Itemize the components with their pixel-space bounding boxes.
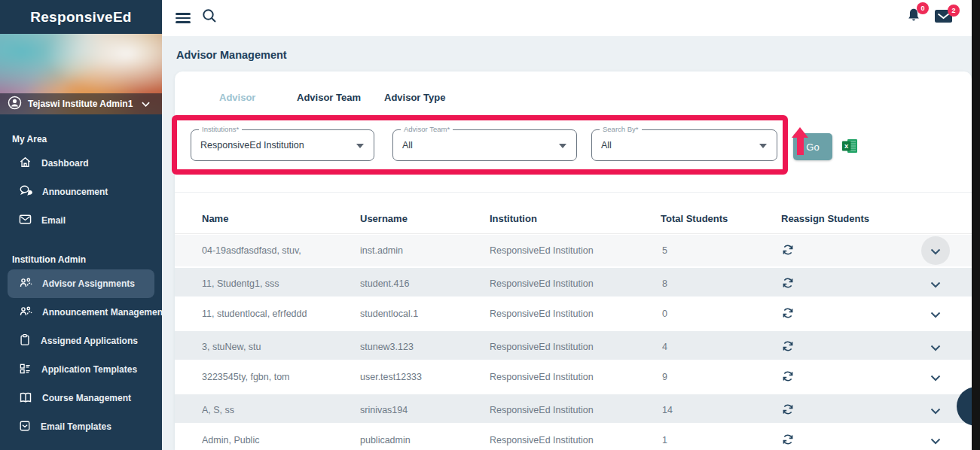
user-menu[interactable]: Tejaswi Institute Admin1: [0, 93, 162, 114]
cell-total-students: 5: [662, 235, 667, 266]
page-title: Advisor Management: [176, 49, 287, 61]
notifications-button[interactable]: 0: [906, 8, 921, 27]
search-by-value: All: [601, 130, 612, 160]
sidebar-item-announcement-management[interactable]: Announcement Management: [0, 298, 162, 327]
column-institution: Institution: [490, 204, 537, 234]
table-row[interactable]: 04-19asdfasdfasd, stuv, inst.admin Respo…: [175, 235, 972, 266]
reassign-students-icon[interactable]: [782, 307, 794, 321]
expand-row-chevron-icon[interactable]: [930, 373, 941, 384]
table-body: 04-19asdfasdfasd, stuv, inst.admin Respo…: [175, 235, 972, 450]
excel-export-icon[interactable]: x: [842, 138, 858, 157]
cell-name: 3, stuNew, stu: [202, 331, 261, 363]
sidebar-item-email-templates[interactable]: Email Templates: [0, 412, 162, 441]
cell-institution: ResponsiveEd Institution: [490, 298, 594, 330]
sidebar-item-label: Course Management: [42, 393, 131, 403]
cell-username: stunew3.123: [360, 331, 414, 363]
dropdown-arrow-icon: [559, 144, 566, 148]
cell-name: 11, Studentg1, sss: [202, 268, 279, 299]
app-logo: ResponsiveEd: [0, 0, 162, 34]
chat-bubbles-icon: [19, 184, 32, 199]
table-row[interactable]: 3223545ty, fgbn, tom user.test12333 Resp…: [175, 361, 972, 393]
cell-username: user.test12333: [360, 361, 422, 393]
sidebar-item-dashboard[interactable]: Dashboard: [0, 149, 162, 178]
divider: [175, 192, 972, 193]
cell-username: publicadmin: [360, 424, 411, 450]
reassign-students-icon[interactable]: [782, 244, 794, 258]
hamburger-icon[interactable]: [176, 11, 191, 26]
cell-username: srinivas194: [360, 394, 408, 426]
table-row[interactable]: Admin, Public publicadmin ResponsiveEd I…: [175, 424, 972, 450]
cell-institution: ResponsiveEd Institution: [490, 394, 594, 426]
sidebar-item-assigned-applications[interactable]: Assigned Applications: [0, 327, 162, 355]
clipboard-icon: [19, 333, 31, 348]
sidebar-item-label: Advisor Assignments: [42, 278, 135, 289]
cell-institution: ResponsiveEd Institution: [490, 361, 594, 393]
sidebar-item-label: Email: [41, 215, 66, 226]
sidebar-item-label: Announcement: [42, 187, 108, 197]
institutions-select[interactable]: Institutions* ResponsiveEd Institution: [191, 129, 374, 161]
reassign-students-icon[interactable]: [782, 433, 794, 448]
reassign-students-icon[interactable]: [782, 403, 794, 418]
reassign-students-icon[interactable]: [782, 370, 794, 385]
sidebar-item-application-templates[interactable]: Application Templates: [0, 355, 162, 384]
section-label-institution-admin: Institution Admin: [0, 254, 162, 269]
tab-advisor-team[interactable]: Advisor Team: [297, 92, 361, 103]
cell-institution: ResponsiveEd Institution: [490, 424, 594, 450]
sidebar-item-label: Email Templates: [41, 421, 111, 432]
column-total-students: Total Students: [661, 204, 728, 234]
reassign-students-icon[interactable]: [782, 277, 794, 291]
expand-row-chevron-icon[interactable]: [930, 436, 941, 447]
main-content: Advisor Management Advisor Advisor Team …: [162, 36, 980, 450]
cell-total-students: 0: [662, 298, 667, 330]
search-icon[interactable]: [201, 8, 218, 27]
cell-institution: ResponsiveEd Institution: [490, 268, 594, 299]
sidebar-item-course-management[interactable]: Course Management: [0, 384, 162, 412]
cell-name: A, S, ss: [202, 394, 234, 426]
expand-row-chevron-icon[interactable]: [930, 343, 941, 354]
sidebar-item-label: Announcement Management: [42, 307, 162, 318]
column-username: Username: [360, 204, 408, 234]
messages-button[interactable]: 2: [935, 10, 952, 26]
search-by-select[interactable]: Search By* All: [591, 129, 777, 161]
advisor-team-select[interactable]: Advisor Team* All: [392, 129, 577, 161]
expand-row-chevron-icon[interactable]: [930, 310, 941, 321]
column-reassign-students: Reassign Students: [781, 204, 869, 234]
chevron-down-icon: [142, 99, 150, 109]
sidebar-item-advisor-assignments[interactable]: Advisor Assignments: [8, 269, 154, 298]
cell-total-students: 9: [662, 361, 667, 393]
go-button[interactable]: Go: [793, 133, 832, 160]
table-header: Name Username Institution Total Students…: [175, 204, 972, 234]
cell-total-students: 1: [662, 424, 667, 450]
sidebar-item-email[interactable]: Email: [0, 206, 162, 235]
people-group-icon: [19, 306, 32, 320]
cell-username: student.416: [360, 268, 409, 299]
open-book-icon: [19, 391, 32, 406]
cell-institution: ResponsiveEd Institution: [490, 235, 594, 266]
reassign-students-icon[interactable]: [782, 340, 794, 354]
expand-row-chevron-icon[interactable]: [930, 247, 941, 257]
cell-total-students: 14: [662, 394, 673, 426]
table-row[interactable]: 11, Studentg1, sss student.416 Responsiv…: [175, 266, 972, 298]
sidebar-item-label: Dashboard: [41, 158, 89, 169]
cell-total-students: 8: [662, 268, 667, 299]
cell-name: 3223545ty, fgbn, tom: [202, 361, 290, 393]
section-label-my-area: My Area: [0, 134, 162, 149]
table-row[interactable]: A, S, ss srinivas194 ResponsiveEd Instit…: [175, 393, 972, 424]
advisor-team-value: All: [402, 130, 413, 160]
sidebar-item-label: Application Templates: [41, 364, 137, 375]
sidebar-item-announcement[interactable]: Announcement: [0, 178, 162, 206]
tab-advisor-type[interactable]: Advisor Type: [384, 92, 445, 103]
tab-advisor[interactable]: Advisor: [219, 92, 255, 103]
table-row[interactable]: 3, stuNew, stu stunew3.123 ResponsiveEd …: [175, 330, 972, 361]
expand-row-chevron-icon[interactable]: [930, 280, 941, 290]
cell-username: studentlocal.1: [360, 298, 418, 330]
people-group-icon: [19, 277, 32, 291]
home-icon: [19, 156, 32, 171]
table-row[interactable]: 11, studentlocal, efrfeddd studentlocal.…: [175, 298, 972, 330]
svg-text:x: x: [844, 141, 849, 150]
expand-row-chevron-icon[interactable]: [930, 406, 941, 417]
sidebar-banner: Tejaswi Institute Admin1: [0, 34, 162, 114]
advisor-management-card: Advisor Advisor Team Advisor Type Instit…: [175, 71, 972, 450]
bell-icon: [906, 14, 921, 26]
cell-name: 04-19asdfasdfasd, stuv,: [202, 235, 301, 266]
